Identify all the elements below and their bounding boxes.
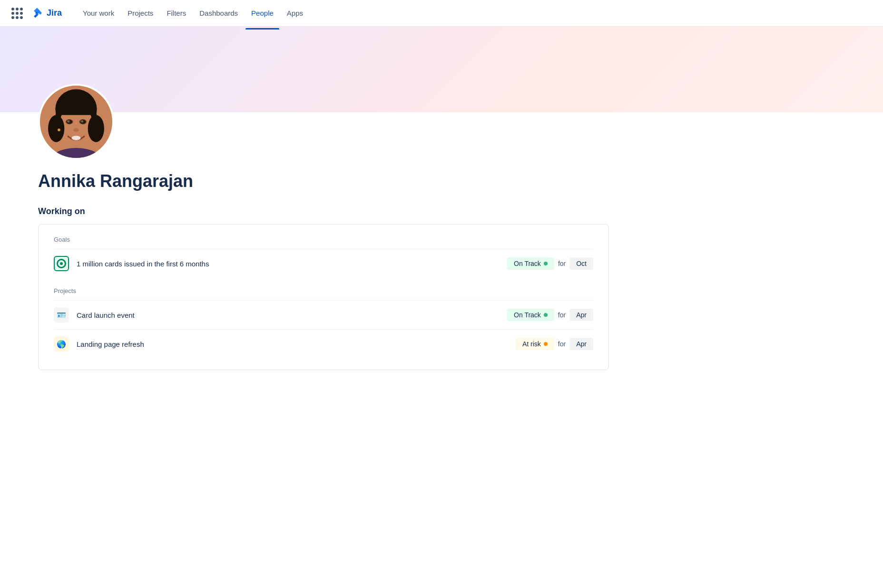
svg-point-7 [67, 120, 70, 123]
nav-item-your-work[interactable]: Your work [77, 5, 120, 21]
avatar-image [40, 86, 112, 158]
dot [11, 8, 14, 10]
nav-item-dashboards[interactable]: Dashboards [194, 5, 244, 21]
project-text-0: Card launch event [77, 311, 507, 319]
hero-banner [0, 27, 883, 112]
svg-point-9 [73, 128, 78, 132]
avatar-wrapper [38, 84, 114, 160]
project-status-badge-1: At risk [516, 338, 554, 350]
dot [20, 16, 23, 19]
project-text-1: Landing page refresh [77, 340, 516, 348]
project-for-label-0: for [556, 311, 568, 319]
project-status-group-0: On Track for Apr [507, 309, 593, 321]
goal-row[interactable]: 1 million cards issued in the first 6 mo… [54, 249, 593, 278]
jira-logo[interactable]: Jira [30, 7, 62, 20]
profile-section: Annika Rangarajan Working on Goals 1 mil… [0, 112, 883, 370]
working-on-title: Working on [38, 206, 845, 216]
dot [11, 16, 14, 19]
working-on-card: Goals 1 million cards issued in the firs… [38, 224, 609, 370]
goal-month-badge: Oct [569, 257, 593, 270]
avatar [38, 84, 114, 160]
dot [20, 8, 23, 10]
project-icon-1: 🌎 [54, 336, 69, 352]
project-status-group-1: At risk for Apr [516, 338, 593, 350]
project-status-badge-0: On Track [507, 309, 554, 321]
goal-status-badge: On Track [507, 257, 554, 270]
project-row-1[interactable]: 🌎 Landing page refresh At risk for Apr [54, 329, 593, 358]
dot [16, 16, 19, 19]
navbar: Jira Your work Projects Filters Dashboar… [0, 0, 883, 27]
jira-logo-text: Jira [47, 8, 62, 18]
project-icon-0: 🪪 [54, 307, 69, 323]
dot [16, 8, 19, 10]
dot [16, 12, 19, 15]
goals-section: Goals 1 million cards issued in the firs… [54, 236, 593, 278]
goals-label: Goals [54, 236, 593, 243]
goal-status-dot [544, 262, 548, 265]
project-month-badge-1: Apr [569, 338, 593, 350]
svg-point-15 [58, 128, 60, 131]
svg-point-10 [72, 136, 81, 140]
goal-status-text: On Track [514, 260, 541, 267]
nav-item-people[interactable]: People [245, 5, 279, 21]
nav-item-apps[interactable]: Apps [281, 5, 309, 21]
svg-point-12 [88, 115, 104, 142]
nav-item-projects[interactable]: Projects [122, 5, 159, 21]
goal-icon-inner [57, 259, 66, 268]
projects-label: Projects [54, 287, 593, 294]
goal-for-label: for [556, 260, 568, 267]
projects-section: Projects 🪪 Card launch event On Track fo… [54, 287, 593, 358]
dot [11, 12, 14, 15]
project-month-badge-0: Apr [569, 309, 593, 321]
project-for-label-1: for [556, 340, 568, 348]
svg-point-8 [81, 120, 84, 123]
project-status-text-0: On Track [514, 311, 541, 319]
project-row-0[interactable]: 🪪 Card launch event On Track for Apr [54, 300, 593, 329]
goal-icon [54, 256, 69, 271]
svg-point-11 [48, 115, 64, 142]
project-status-dot-0 [544, 313, 548, 317]
nav-item-filters[interactable]: Filters [161, 5, 192, 21]
user-name: Annika Rangarajan [38, 171, 845, 191]
goal-status-group: On Track for Oct [507, 257, 593, 270]
app-switcher-button[interactable] [11, 8, 23, 19]
goal-text: 1 million cards issued in the first 6 mo… [77, 260, 507, 268]
nav-items: Your work Projects Filters Dashboards Pe… [77, 5, 872, 21]
project-status-dot-1 [544, 342, 548, 346]
project-status-text-1: At risk [522, 340, 541, 348]
dot [20, 12, 23, 15]
